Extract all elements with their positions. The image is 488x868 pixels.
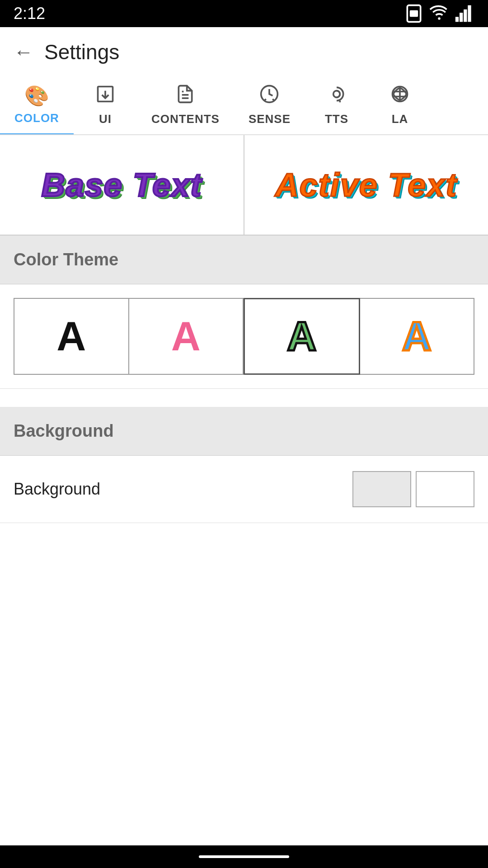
file-text-icon — [175, 84, 195, 108]
signal-icon — [455, 4, 474, 24]
tab-ui[interactable]: UI — [74, 77, 137, 134]
preview-base[interactable]: Base Text — [0, 135, 244, 235]
back-button[interactable]: ← — [14, 41, 33, 63]
swatch-orange-blue-letter: A — [402, 313, 432, 360]
tab-tts[interactable]: TTS — [305, 77, 368, 134]
tab-tts-label: TTS — [325, 112, 348, 126]
clock-download-icon — [259, 84, 279, 108]
download-box-icon — [95, 84, 115, 108]
bottom-nav-indicator — [199, 855, 289, 858]
swatch-green-outline-letter: A — [287, 313, 316, 360]
svg-rect-6 — [468, 5, 471, 22]
background-swatches — [352, 471, 474, 507]
swatch-pink[interactable]: A — [129, 298, 244, 375]
background-label: Background — [14, 480, 100, 499]
background-section-title: Background — [14, 421, 114, 440]
status-bar: 2:12 — [0, 0, 488, 27]
bg-swatch-white[interactable] — [416, 471, 474, 507]
svg-point-2 — [438, 17, 441, 20]
tab-contents[interactable]: CONTENTS — [137, 77, 234, 134]
palette-icon: 🎨 — [24, 84, 49, 108]
color-theme-section-header: Color Theme — [0, 236, 488, 284]
bottom-bar — [0, 845, 488, 868]
tab-sense-label: SENSE — [249, 112, 291, 126]
preview-active[interactable]: Active Text — [244, 135, 488, 235]
svg-rect-5 — [464, 9, 467, 22]
svg-rect-4 — [460, 13, 463, 22]
wifi-icon — [429, 4, 449, 24]
swatch-plain[interactable]: A — [14, 298, 129, 375]
bg-swatch-gray[interactable] — [352, 471, 411, 507]
status-time: 2:12 — [14, 4, 45, 23]
swatch-orange-blue[interactable]: A — [360, 298, 475, 375]
color-theme-title: Color Theme — [14, 250, 118, 269]
swatch-plain-letter: A — [56, 313, 86, 360]
swatch-pink-letter: A — [171, 313, 201, 360]
tab-bar: 🎨 COLOR UI CONTENTS — [0, 77, 488, 135]
active-text-preview: Active Text — [275, 166, 457, 203]
sim-card-icon — [404, 4, 424, 24]
tab-sense[interactable]: SENSE — [234, 77, 305, 134]
theme-swatches: A A A A — [0, 284, 488, 389]
tab-color[interactable]: 🎨 COLOR — [0, 77, 74, 135]
hearing-icon — [327, 84, 347, 108]
swatch-green-outline[interactable]: A — [244, 298, 360, 375]
la-icon — [390, 84, 410, 108]
tab-contents-label: CONTENTS — [151, 112, 220, 126]
top-bar: ← Settings — [0, 27, 488, 77]
preview-area: Base Text Active Text — [0, 135, 488, 236]
background-row: Background — [0, 456, 488, 523]
tab-la[interactable]: LA — [368, 77, 432, 134]
tab-la-label: LA — [392, 112, 408, 126]
base-text-preview: Base Text — [42, 166, 202, 203]
svg-rect-1 — [410, 10, 418, 17]
tab-ui-label: UI — [99, 112, 112, 126]
status-icons — [404, 4, 474, 24]
background-section-header: Background — [0, 407, 488, 456]
tab-color-label: COLOR — [14, 111, 59, 125]
page-title: Settings — [44, 40, 119, 64]
svg-rect-3 — [455, 17, 459, 22]
